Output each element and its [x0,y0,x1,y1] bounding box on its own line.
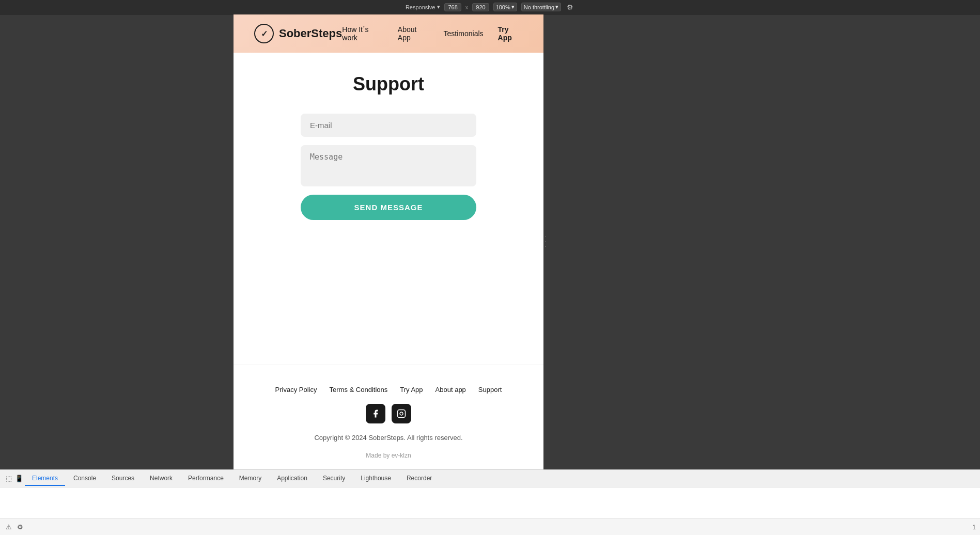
devtools-device-icon[interactable]: 📱 [14,474,24,483]
support-form: SEND MESSAGE [301,114,476,220]
devtools-badge: 1 [972,524,976,531]
nav-how-it-works[interactable]: How It´s work [342,25,383,42]
email-input[interactable] [301,114,476,137]
devtools-settings-icon[interactable]: ⚙ [15,523,25,532]
dropdown-arrow-icon: ▾ [437,4,440,10]
nav-links: How It´s work About App Testimonials Try… [342,25,523,42]
footer-copyright: Copyright © 2024 SoberSteps. All rights … [314,434,462,442]
send-message-button[interactable]: SEND MESSAGE [301,195,476,220]
devtools-content [0,487,980,518]
devtools-tab-security[interactable]: Security [316,471,352,486]
nav-about-app[interactable]: About App [398,25,429,42]
devtools-tab-performance[interactable]: Performance [181,471,231,486]
devtools-tab-recorder[interactable]: Recorder [399,471,439,486]
instagram-icon[interactable] [392,404,411,423]
devtools-error-icon[interactable]: ⚠ [4,523,13,532]
dimension-label: Responsive [406,4,435,10]
left-panel [0,14,234,469]
nav-testimonials[interactable]: Testimonials [444,29,484,38]
footer-privacy-policy[interactable]: Privacy Policy [275,386,317,394]
settings-icon[interactable]: ⚙ [565,3,574,12]
logo-text: SoberSteps [279,27,342,40]
zoom-dropdown-arrow: ▾ [511,4,515,10]
page-title: Support [353,73,424,95]
footer-try-app[interactable]: Try App [400,386,423,394]
width-input[interactable]: 768 [444,3,461,11]
devtools-tab-network[interactable]: Network [143,471,180,486]
site-footer: Privacy Policy Terms & Conditions Try Ap… [234,365,543,469]
site-nav: ✓ SoberSteps How It´s work About App Tes… [234,14,543,53]
footer-terms-conditions[interactable]: Terms & Conditions [330,386,388,394]
browser-viewport: ✓ SoberSteps How It´s work About App Tes… [234,14,543,469]
zoom-selector[interactable]: 100% ▾ [493,3,517,11]
footer-support[interactable]: Support [478,386,502,394]
footer-social [366,404,411,423]
facebook-icon[interactable] [366,404,385,423]
devtools-tab-application[interactable]: Application [270,471,315,486]
footer-links: Privacy Policy Terms & Conditions Try Ap… [275,386,502,394]
responsive-selector[interactable]: Responsive ▾ [406,4,440,10]
svg-rect-0 [398,410,406,418]
message-textarea[interactable] [301,145,476,186]
browser-toolbar: Responsive ▾ 768 x 920 100% ▾ No throttl… [0,0,980,14]
devtools-tab-console[interactable]: Console [66,471,103,486]
site-logo: ✓ SoberSteps [254,24,342,43]
viewport-row: ✓ SoberSteps How It´s work About App Tes… [0,14,980,469]
devtools-inspect-icon[interactable]: ⬚ [4,474,13,483]
resize-handle-right[interactable]: · · · [543,14,548,469]
height-input[interactable]: 920 [472,3,489,11]
page-chrome: Responsive ▾ 768 x 920 100% ▾ No throttl… [0,0,980,535]
devtools-tab-sources[interactable]: Sources [104,471,142,486]
devtools-tab-memory[interactable]: Memory [232,471,269,486]
right-panel [548,14,980,469]
footer-about-app[interactable]: About app [435,386,466,394]
footer-made-by: Made by ev-klzn [366,452,411,459]
logo-icon: ✓ [254,24,274,43]
devtools-tabs: ⬚ 📱 Elements Console Sources Network Per… [0,470,980,487]
nav-try-app[interactable]: Try App [498,25,523,42]
throttling-selector[interactable]: No throttling ▾ [521,3,561,11]
devtools-tab-elements[interactable]: Elements [25,471,65,486]
devtools-bottom-bar: ⚠ ⚙ 1 [0,518,980,535]
throttling-dropdown-arrow: ▾ [555,4,558,10]
devtools-panel: ⬚ 📱 Elements Console Sources Network Per… [0,469,980,535]
page-main: Support SEND MESSAGE [234,53,543,365]
dimension-separator: x [465,4,469,10]
devtools-tab-lighthouse[interactable]: Lighthouse [353,471,398,486]
